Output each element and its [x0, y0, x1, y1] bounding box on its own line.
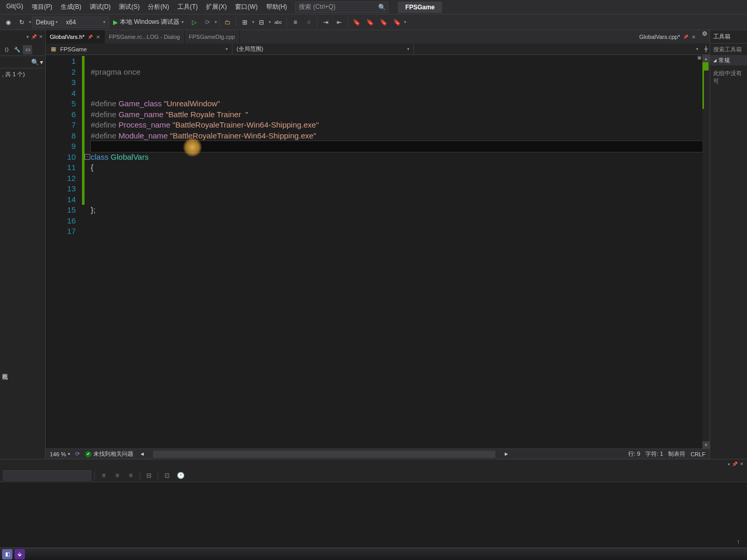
config-dropdown[interactable]: Debug▾: [32, 17, 61, 28]
tab-fpsgame-rc[interactable]: FPSGame.rc...LOG - Dialog: [105, 30, 185, 44]
close-icon[interactable]: ✕: [39, 34, 43, 39]
code-line[interactable]: [91, 77, 702, 88]
search-box[interactable]: 搜索 (Ctrl+Q) 🔍: [295, 2, 389, 13]
gear-icon[interactable]: ⚙: [702, 30, 708, 44]
line-indicator[interactable]: 行: 9: [628, 450, 640, 458]
tab-globalvars-cpp[interactable]: GlobalVars.cpp* 📌 ✕: [635, 30, 700, 44]
zoom-control[interactable]: 146 % ▾: [50, 451, 70, 457]
dropdown-icon[interactable]: ▾: [252, 20, 254, 24]
tabs-indicator[interactable]: 制表符: [668, 450, 685, 458]
toolbar-icon-folder[interactable]: 🗀: [222, 16, 234, 29]
refresh-icon[interactable]: ⟳: [75, 451, 80, 457]
view-icon-1[interactable]: ⟨⟩: [2, 45, 11, 54]
code-line[interactable]: [91, 56, 702, 67]
output-btn-4[interactable]: ⊟: [143, 470, 155, 481]
menu-item[interactable]: 扩展(X): [202, 1, 231, 13]
taskbar-vs-icon[interactable]: ⬙: [15, 549, 25, 559]
menu-item[interactable]: 生成(B): [57, 1, 86, 13]
output-btn-3[interactable]: ≡: [125, 470, 136, 481]
member-context-dropdown[interactable]: ▾: [414, 44, 702, 54]
toolbox-section[interactable]: ◢ 常规: [710, 55, 747, 65]
close-icon[interactable]: ✕: [691, 34, 696, 40]
search-icon[interactable]: 🔍: [31, 59, 39, 66]
output-btn-2[interactable]: ≡: [112, 470, 123, 481]
fold-icon[interactable]: −: [85, 154, 90, 160]
bookmark-icon[interactable]: 🔖: [350, 16, 363, 29]
eol-indicator[interactable]: CRLF: [690, 451, 706, 457]
scroll-right-icon[interactable]: ▶: [503, 451, 510, 458]
toolbar-icon-indent[interactable]: ⇥: [320, 16, 332, 29]
collapse-up-icon[interactable]: ↑: [737, 538, 740, 545]
close-icon[interactable]: ✕: [740, 461, 744, 467]
toolbox-search[interactable]: 搜索工具箱: [710, 44, 747, 55]
dropdown-icon[interactable]: ▾: [29, 20, 31, 24]
code-line[interactable]: [91, 184, 702, 194]
code-line[interactable]: [91, 141, 702, 152]
platform-dropdown[interactable]: x64▾: [62, 17, 109, 28]
output-btn-5[interactable]: ⊡: [161, 470, 173, 481]
project-context-dropdown[interactable]: ▦ FPSGame ▾: [46, 44, 232, 54]
toolbar-icon-4[interactable]: abc: [272, 16, 284, 29]
dropdown-icon[interactable]: ▾: [26, 34, 29, 39]
side-tab-view[interactable]: 视图: [0, 368, 10, 370]
overview-ruler[interactable]: ▲ ▼: [702, 55, 710, 449]
toolbar-icon-outdent[interactable]: ⇤: [333, 16, 345, 29]
back-icon[interactable]: ◉: [2, 16, 15, 29]
scope-context-dropdown[interactable]: (全局范围) ▾: [232, 44, 414, 54]
code-line[interactable]: [91, 226, 702, 237]
scroll-up-icon[interactable]: ▲: [702, 55, 710, 62]
dropdown-icon[interactable]: ▾: [40, 59, 43, 66]
output-source-dropdown[interactable]: [3, 470, 91, 481]
code-body[interactable]: #pragma once#define Game_class "UnrealWi…: [85, 55, 702, 449]
pin-icon[interactable]: 📌: [31, 34, 37, 39]
code-line[interactable]: −class GlobalVars: [91, 152, 702, 163]
pin-icon[interactable]: 📌: [732, 461, 738, 467]
horizontal-scrollbar[interactable]: [153, 451, 495, 458]
toolbar-icon-3[interactable]: ⊟: [255, 16, 268, 29]
tab-globalvars-h[interactable]: GlobalVars.h* 📌 ✕: [46, 30, 105, 44]
code-line[interactable]: #define Process_name "BattleRoyaleTraine…: [91, 120, 702, 131]
dropdown-icon[interactable]: ▾: [215, 20, 217, 24]
toolbar-icon-1[interactable]: ⟳: [201, 16, 214, 29]
bookmark-clear-icon[interactable]: 🔖: [391, 16, 403, 29]
toolbar-icon-2[interactable]: ⊞: [239, 16, 251, 29]
toolbar-icon-uncomment[interactable]: ≡: [302, 16, 315, 29]
dropdown-icon[interactable]: ▾: [269, 20, 271, 24]
scroll-down-icon[interactable]: ▼: [702, 441, 710, 449]
bookmark-next-icon[interactable]: 🔖: [377, 16, 390, 29]
pin-icon[interactable]: 📌: [88, 35, 93, 39]
code-line[interactable]: #define Game_name "Battle Royale Trainer…: [91, 109, 702, 120]
output-content[interactable]: [0, 482, 747, 548]
dropdown-icon[interactable]: ▾: [728, 462, 730, 467]
clock-icon[interactable]: 🕐: [175, 470, 186, 481]
tab-fpsgamedlg-cpp[interactable]: FPSGameDlg.cpp: [185, 30, 240, 44]
code-line[interactable]: [91, 173, 702, 184]
taskbar-icon-1[interactable]: ◧: [2, 549, 12, 559]
code-line[interactable]: #define Module_name "BattleRoyaleTrainer…: [91, 131, 702, 142]
start-without-debug-icon[interactable]: ▷: [188, 16, 200, 29]
bookmark-prev-icon[interactable]: 🔖: [364, 16, 376, 29]
menu-item[interactable]: 项目(P): [27, 1, 57, 13]
menu-item[interactable]: 调试(D): [86, 1, 115, 13]
output-btn-1[interactable]: ≡: [98, 470, 109, 481]
code-line[interactable]: {: [91, 162, 702, 173]
wrench-icon[interactable]: 🔧: [12, 45, 22, 54]
menu-item[interactable]: 工具(T): [173, 1, 202, 13]
char-indicator[interactable]: 字符: 1: [645, 450, 663, 458]
pin-icon[interactable]: 📌: [683, 35, 688, 39]
scroll-left-icon[interactable]: ◀: [139, 451, 146, 458]
code-line[interactable]: [91, 216, 702, 227]
menu-item[interactable]: 测试(S): [115, 1, 144, 13]
menu-item[interactable]: 分析(N): [144, 1, 173, 13]
code-line[interactable]: #pragma once: [91, 67, 702, 78]
menu-item[interactable]: 帮助(H): [262, 1, 292, 13]
project-name-button[interactable]: FPSGame: [398, 2, 442, 13]
code-line[interactable]: };: [91, 205, 702, 216]
issues-indicator[interactable]: ✔ 未找到相关问题: [85, 450, 133, 458]
split-icon[interactable]: ╋: [704, 46, 708, 52]
toolbar-icon-comment[interactable]: ≡: [289, 16, 301, 29]
code-line[interactable]: #define Game_class "UnrealWindow": [91, 99, 702, 109]
view-icon-3[interactable]: ▭: [23, 45, 32, 54]
close-icon[interactable]: ✕: [96, 34, 100, 40]
redo-icon[interactable]: ↻: [16, 16, 28, 29]
